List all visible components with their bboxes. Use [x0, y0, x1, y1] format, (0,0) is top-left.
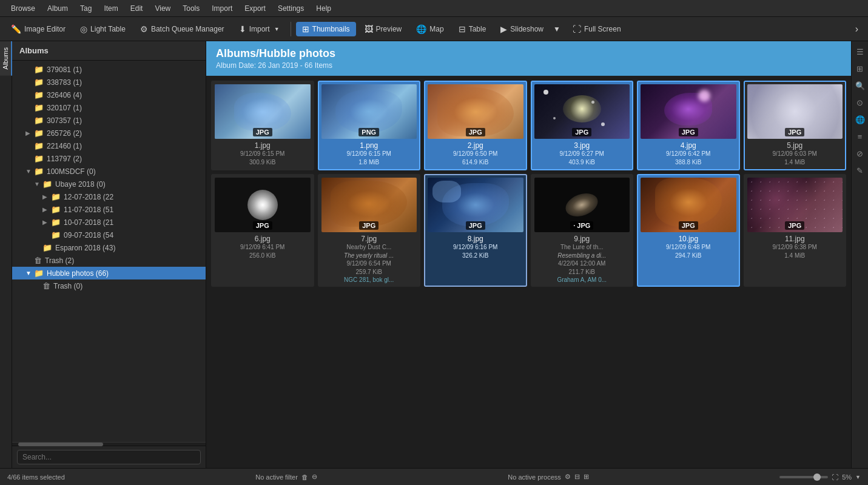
thumb-name-5jpg: 5.jpg — [787, 141, 802, 150]
menu-item[interactable]: Item — [98, 0, 124, 16]
right-icon-7[interactable]: ⊘ — [853, 147, 867, 160]
thumb-empty-4 — [531, 290, 634, 295]
thumb-10jpg[interactable]: JPG 10.jpg 9/12/09 6:48 PM294.7 KiB — [637, 174, 740, 287]
thumb-img-5jpg: JPG — [747, 84, 843, 139]
menu-tools[interactable]: Tools — [177, 0, 206, 16]
zoom-dropdown-icon[interactable]: ▼ — [855, 474, 861, 480]
folder-icon: 📁 — [51, 218, 61, 227]
menu-tag[interactable]: Tag — [74, 0, 98, 16]
sidebar-item-221460[interactable]: 📁 221460 (1) — [12, 139, 206, 152]
sidebar-item-hubble-photos[interactable]: ▼ 📁 Hubble photos (66) — [12, 267, 206, 279]
menu-edit[interactable]: Edit — [124, 0, 149, 16]
sidebar-item-label: 379081 (1) — [47, 65, 201, 74]
thumb-1png[interactable]: PNG 1.png 9/12/09 6:15 PM1.8 MiB — [318, 81, 421, 170]
thumb-5jpg[interactable]: JPG 5.jpg 9/12/09 6:03 PM1.4 MiB — [744, 81, 847, 170]
batch-queue-button[interactable]: ⚙ Batch Queue Manager — [134, 22, 230, 36]
filter-trash-icon[interactable]: 🗑 — [301, 473, 308, 481]
sidebar-scrollbar[interactable] — [12, 442, 206, 446]
thumb-3jpg[interactable]: JPG 3.jpg 9/12/09 6:27 PM403.9 KiB — [531, 81, 634, 170]
right-icon-2[interactable]: ⊞ — [853, 62, 867, 75]
thumb-11jpg[interactable]: JPG 11.jpg 9/12/09 6:38 PM1.4 MiB — [744, 174, 847, 287]
thumb-badge-6jpg: JPG — [253, 221, 272, 230]
image-editor-button[interactable]: ✏️ Image Editor — [5, 22, 72, 36]
thumb-badge-3jpg: JPG — [572, 128, 591, 136]
thumb-img-6jpg: JPG — [215, 178, 311, 232]
thumb-8jpg[interactable]: JPG 8.jpg 9/12/09 6:16 PM326.2 KiB — [424, 174, 527, 287]
thumb-9jpg[interactable]: · JPG 9.jpg The Lure of th... Resembling… — [531, 174, 634, 287]
sidebar-item-label: Trash (0) — [53, 282, 201, 290]
expand-arrow-icon[interactable]: ▶ — [25, 130, 34, 136]
thumb-empty-2 — [318, 290, 421, 295]
thumbnails-button[interactable]: ⊞ Thumbnails — [296, 22, 356, 36]
thumb-date-6jpg: 9/12/09 6:41 PM256.0 KiB — [240, 243, 284, 260]
sidebar-item-esparon2018[interactable]: 📁 Esparon 2018 (43) — [12, 241, 206, 254]
thumbnails-area[interactable]: JPG 1.jpg 9/12/09 6:15 PM300.9 KiB PNG 1… — [206, 76, 851, 468]
thumb-4jpg[interactable]: JPG 4.jpg 9/12/09 6:42 PM388.8 KiB — [637, 81, 740, 170]
sidebar-item-trash-root[interactable]: 🗑 Trash (2) — [12, 254, 206, 267]
zoom-thumb[interactable] — [813, 473, 821, 481]
sidebar-item-113797[interactable]: 📁 113797 (2) — [12, 152, 206, 165]
map-button[interactable]: 🌐 Map — [410, 22, 449, 36]
search-input[interactable] — [17, 450, 201, 464]
process-settings-icon[interactable]: ⚙ — [565, 473, 571, 481]
table-button[interactable]: ⊟ Table — [453, 22, 493, 36]
sidebar-item-ubaye2018[interactable]: ▼ 📁 Ubaye 2018 (0) — [12, 178, 206, 190]
right-icon-8[interactable]: ✎ — [853, 164, 867, 177]
menu-browse[interactable]: Browse — [5, 0, 41, 16]
thumb-name-1jpg: 1.jpg — [255, 141, 271, 150]
thumb-6jpg[interactable]: JPG 6.jpg 9/12/09 6:41 PM256.0 KiB — [211, 174, 314, 287]
menu-help[interactable]: Help — [310, 0, 337, 16]
left-tab-albums[interactable]: Albums — [0, 41, 12, 76]
process-icon-3[interactable]: ⊞ — [584, 473, 589, 481]
right-icon-1[interactable]: ☰ — [853, 45, 867, 58]
menu-settings[interactable]: Settings — [272, 0, 310, 16]
slideshow-dropdown-button[interactable]: ▼ — [550, 22, 564, 36]
expand-arrow-icon[interactable]: ▶ — [42, 193, 51, 200]
folder-icon: 📁 — [34, 167, 44, 176]
sidebar-item-265726[interactable]: ▶ 📁 265726 (2) — [12, 127, 206, 139]
right-icon-4[interactable]: ⊙ — [853, 96, 867, 109]
image-editor-icon: ✏️ — [11, 24, 21, 34]
right-icon-6[interactable]: ≡ — [853, 130, 867, 143]
thumb-2jpg[interactable]: JPG 2.jpg 9/12/09 6:50 PM614.9 KiB — [424, 81, 527, 170]
import-button[interactable]: ⬇ Import ▼ — [233, 22, 286, 36]
thumb-7jpg[interactable]: JPG 7.jpg Nearby Dust C... The yearly ri… — [318, 174, 421, 287]
sidebar-item-100msdcf[interactable]: ▼ 📁 100MSDCF (0) — [12, 165, 206, 178]
main-layout: Albums Albums 📁 379081 (1) 📁 338783 (1) … — [0, 41, 868, 468]
zoom-expand-icon[interactable]: ⛶ — [832, 473, 838, 481]
sidebar-item-09-07-2018[interactable]: 📁 09-07-2018 (54 — [12, 229, 206, 241]
zoom-slider[interactable] — [779, 476, 828, 478]
collapse-arrow-icon[interactable]: ▼ — [34, 181, 42, 187]
menu-album[interactable]: Album — [41, 0, 74, 16]
menu-view[interactable]: View — [149, 0, 177, 16]
sidebar-item-10-07-2018[interactable]: ▶ 📁 10-07-2018 (21 — [12, 216, 206, 229]
filter-funnel-icon[interactable]: ⊖ — [312, 473, 317, 481]
right-icon-5[interactable]: 🌐 — [853, 113, 867, 126]
thumb-1jpg[interactable]: JPG 1.jpg 9/12/09 6:15 PM300.9 KiB — [211, 81, 314, 170]
import-dropdown-icon[interactable]: ▼ — [274, 26, 280, 32]
sidebar-item-307357[interactable]: 📁 307357 (1) — [12, 114, 206, 127]
process-icon-2[interactable]: ⊟ — [574, 473, 580, 481]
fullscreen-button[interactable]: ⛶ Full Screen — [567, 22, 627, 36]
sidebar-item-12-07-2018[interactable]: ▶ 📁 12-07-2018 (22 — [12, 190, 206, 203]
preview-button[interactable]: 🖼 Preview — [358, 22, 408, 36]
sidebar-item-379081[interactable]: 📁 379081 (1) — [12, 63, 206, 76]
right-icon-3[interactable]: 🔍 — [853, 79, 867, 92]
light-table-button[interactable]: ◎ Light Table — [74, 22, 132, 36]
slideshow-button[interactable]: ▶ Slideshow — [494, 22, 550, 36]
sidebar-item-11-07-2018[interactable]: ▶ 📁 11-07-2018 (51 — [12, 203, 206, 216]
sidebar-item-326406[interactable]: 📁 326406 (4) — [12, 89, 206, 101]
more-button[interactable]: › — [850, 24, 863, 35]
sidebar-item-trash-hubble[interactable]: 🗑 Trash (0) — [12, 279, 206, 292]
sidebar-item-338783[interactable]: 📁 338783 (1) — [12, 76, 206, 89]
collapse-arrow-icon[interactable]: ▼ — [25, 270, 34, 276]
menu-export[interactable]: Export — [238, 0, 272, 16]
expand-arrow-icon[interactable]: ▶ — [42, 206, 51, 213]
expand-arrow-icon[interactable]: ▶ — [42, 219, 51, 226]
collapse-arrow-icon[interactable]: ▼ — [25, 168, 34, 175]
trash-icon: 🗑 — [34, 256, 42, 265]
sidebar-item-320107[interactable]: 📁 320107 (1) — [12, 101, 206, 114]
thumb-name-10jpg: 10.jpg — [678, 235, 698, 243]
menu-import[interactable]: Import — [206, 0, 238, 16]
sidebar-scroll-thumb[interactable] — [18, 443, 103, 446]
